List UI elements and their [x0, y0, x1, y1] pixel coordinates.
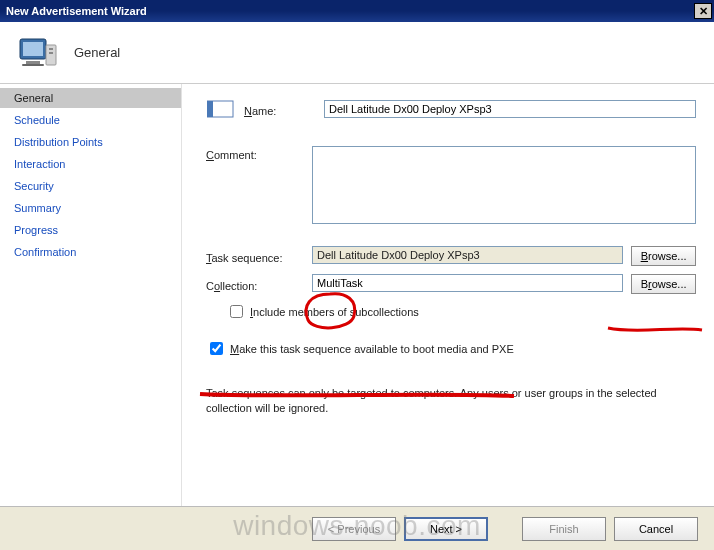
- note-text: Task sequences can only be targeted to c…: [206, 386, 696, 416]
- pxe-label: Make this task sequence available to boo…: [230, 343, 514, 355]
- previous-button: < Previous: [312, 517, 396, 541]
- sidebar-item-interaction[interactable]: Interaction: [0, 154, 181, 174]
- svg-rect-5: [49, 48, 53, 50]
- svg-rect-2: [26, 61, 40, 64]
- content-panel: Name: Comment: Task sequence: Dell Latit…: [182, 84, 714, 506]
- browse-task-sequence-button[interactable]: Browse...: [631, 246, 696, 266]
- sidebar-item-progress[interactable]: Progress: [0, 220, 181, 240]
- collection-input[interactable]: [312, 274, 623, 292]
- cancel-button[interactable]: Cancel: [614, 517, 698, 541]
- include-subcollections-row: Include members of subcollections: [226, 302, 696, 321]
- sidebar-item-general[interactable]: General: [0, 88, 181, 108]
- sidebar-item-schedule[interactable]: Schedule: [0, 110, 181, 130]
- form-header-icon: [206, 98, 236, 120]
- comment-label: Comment:: [206, 146, 312, 161]
- name-input[interactable]: [324, 100, 696, 118]
- browse-collection-button[interactable]: Browse...: [631, 274, 696, 294]
- task-sequence-value: Dell Latitude Dx00 Deploy XPsp3: [312, 246, 623, 264]
- svg-rect-1: [23, 42, 43, 56]
- close-icon: ✕: [699, 5, 708, 18]
- header-title: General: [74, 45, 120, 60]
- sidebar: General Schedule Distribution Points Int…: [0, 84, 182, 506]
- wizard-body: General Schedule Distribution Points Int…: [0, 84, 714, 506]
- svg-rect-6: [49, 52, 53, 54]
- computer-icon: [16, 31, 60, 75]
- sidebar-item-summary[interactable]: Summary: [0, 198, 181, 218]
- include-subcollections-checkbox[interactable]: [230, 305, 243, 318]
- window-title: New Advertisement Wizard: [6, 5, 694, 17]
- include-subcollections-label: Include members of subcollections: [250, 306, 419, 318]
- next-button[interactable]: Next >: [404, 517, 488, 541]
- pxe-row: Make this task sequence available to boo…: [206, 339, 696, 358]
- task-sequence-label: Task sequence:: [206, 249, 312, 264]
- name-label: Name:: [244, 102, 324, 117]
- close-button[interactable]: ✕: [694, 3, 712, 19]
- finish-button: Finish: [522, 517, 606, 541]
- pxe-checkbox[interactable]: [210, 342, 223, 355]
- collection-label: Collection:: [206, 277, 312, 292]
- svg-rect-3: [22, 64, 44, 66]
- wizard-header: General: [0, 22, 714, 84]
- svg-rect-8: [207, 101, 213, 117]
- sidebar-item-distribution-points[interactable]: Distribution Points: [0, 132, 181, 152]
- sidebar-item-security[interactable]: Security: [0, 176, 181, 196]
- sidebar-item-confirmation[interactable]: Confirmation: [0, 242, 181, 262]
- comment-textarea[interactable]: [312, 146, 696, 224]
- titlebar: New Advertisement Wizard ✕: [0, 0, 714, 22]
- wizard-footer: < Previous Next > Finish Cancel: [0, 506, 714, 550]
